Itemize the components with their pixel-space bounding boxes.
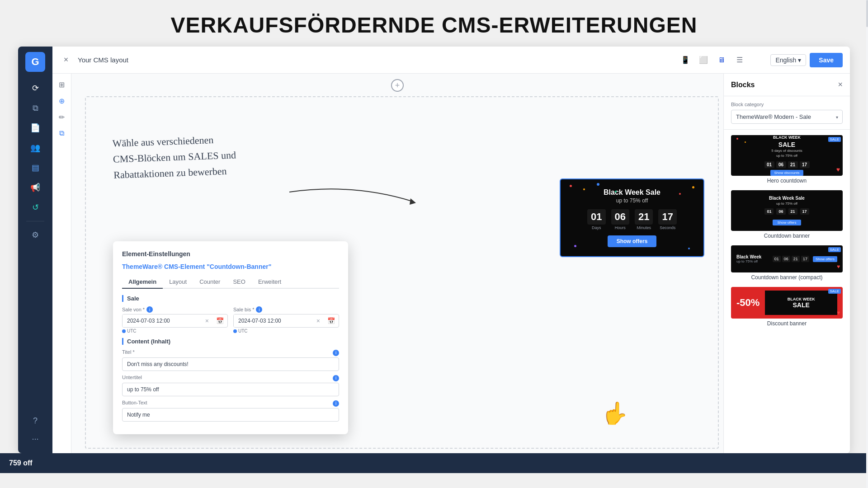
sidebar-icon-dashboard[interactable]: ⟳ <box>26 79 44 97</box>
sale-from-info-icon[interactable]: i <box>146 306 153 313</box>
calendar-sale-from-icon[interactable]: 📅 <box>212 317 227 324</box>
hours-unit: 06 Hours <box>611 209 629 230</box>
sale-section-label: Sale <box>122 295 339 302</box>
blocks-select-wrap: ThemeWare® Modern - Sale ▾ <box>731 110 843 124</box>
sidebar-icon-flow[interactable]: ↺ <box>26 198 44 216</box>
title-label-row: Titel * i <box>122 349 339 356</box>
topbar-right: English ▾ Save <box>770 53 843 67</box>
calendar-sale-to-icon[interactable]: 📅 <box>324 317 339 324</box>
sidebar-icon-help[interactable]: ? <box>26 412 44 430</box>
sidebar-icon-layouts[interactable]: ▤ <box>26 159 44 177</box>
tab-allgemein[interactable]: Allgemein <box>122 276 163 289</box>
countdown-numbers: 01 Days 06 Hours 21 Minutes <box>568 209 696 230</box>
annotation-arrow <box>285 178 420 215</box>
days-unit: 01 Days <box>587 209 605 230</box>
tab-seo[interactable]: SEO <box>226 276 251 289</box>
sidebar-icon-users[interactable]: 👥 <box>26 139 44 157</box>
blocks-panel: Blocks × Block category ThemeWare® Moder… <box>723 74 850 453</box>
layout-title: Your CMS layout <box>78 56 128 64</box>
sale-to-info-icon[interactable]: i <box>256 306 262 313</box>
tab-layout[interactable]: Layout <box>163 276 193 289</box>
title-info-icon[interactable]: i <box>333 350 339 356</box>
editor-area: ⊞ ⊕ ✏ ⧉ + Wähle aus verschiedenen CMS-Bl… <box>52 74 850 453</box>
compact-sale-badge: SALE <box>828 247 841 252</box>
discount-banner-label: Discount banner <box>731 320 843 327</box>
block-item-countdown-compact[interactable]: Black Week up to 75% off 01 06 21 17 <box>731 245 843 281</box>
tablet-icon[interactable]: ⬜ <box>696 53 711 67</box>
title-input[interactable] <box>122 357 339 371</box>
main-area: × Your CMS layout 📱 ⬜ 🖥 ☰ English ▾ Save <box>52 47 850 453</box>
button-text-label-row: Button-Text i <box>122 400 339 407</box>
sidebar-icon-marketing[interactable]: 📢 <box>26 178 44 197</box>
block-item-discount-banner[interactable]: -50% BLACK WEEK SALE SALE ♥ Disco <box>731 287 843 327</box>
block-item-hero-countdown[interactable]: BLACK WEEK SALE 5 days of discounts up t… <box>731 135 843 184</box>
save-button[interactable]: Save <box>810 53 843 67</box>
settings-tabs: Allgemein Layout Counter SEO Erweitert <box>122 276 339 289</box>
banner-title: Black Week Sale <box>568 188 696 197</box>
clear-sale-from-icon[interactable]: × <box>202 317 212 324</box>
button-text-info-icon[interactable]: i <box>333 400 339 407</box>
sale-from-group: Sale von * i × 📅 UTC <box>122 306 228 333</box>
blocks-category-section: Block category ThemeWare® Modern - Sale … <box>724 96 850 130</box>
sale-to-input-wrap: × 📅 <box>233 314 339 328</box>
page-heading: VERKAUFSFÖRDERNDE CMS-ERWEITERUNGEN <box>0 0 868 47</box>
block-item-countdown-banner[interactable]: Black Week Sale up to 75% off 01 06 21 1… <box>731 190 843 239</box>
sidebar-icon-settings[interactable]: ⚙ <box>26 226 44 244</box>
layers-icon[interactable]: ⧉ <box>55 126 69 141</box>
days-value: 01 <box>587 209 605 225</box>
compact-favorite-icon: ♥ <box>837 263 840 270</box>
seconds-unit: 17 Seconds <box>658 209 676 230</box>
sale-from-label: Sale von * i <box>122 306 228 313</box>
clear-sale-to-icon[interactable]: × <box>313 317 324 324</box>
add-block-icon[interactable]: ⊕ <box>55 94 69 108</box>
sale-to-input[interactable] <box>234 314 313 327</box>
sidebar-icon-more[interactable]: ··· <box>26 430 44 448</box>
topbar: × Your CMS layout 📱 ⬜ 🖥 ☰ English ▾ Save <box>52 47 850 74</box>
add-section-button[interactable]: + <box>391 79 404 92</box>
content-section: Content (Inhalt) Titel * i Untertitel <box>122 338 339 425</box>
edit-icon[interactable]: ✏ <box>55 110 69 124</box>
desktop-icon[interactable]: 🖥 <box>714 53 729 67</box>
date-fields-row: Sale von * i × 📅 UTC <box>122 306 339 333</box>
sidebar-logo[interactable]: G <box>25 52 45 72</box>
sale-from-input[interactable] <box>123 314 202 327</box>
mobile-icon[interactable]: 📱 <box>678 53 693 67</box>
blocks-category-select[interactable]: ThemeWare® Modern - Sale <box>731 110 843 124</box>
page-title: VERKAUFSFÖRDERNDE CMS-ERWEITERUNGEN <box>0 13 868 38</box>
language-label: English <box>775 56 796 64</box>
banner-subtitle: up to 75% off <box>568 197 696 204</box>
hours-value: 06 <box>611 209 629 225</box>
subtitle-field-label: Untertitel <box>122 375 142 380</box>
title-field-label: Titel * <box>122 349 135 355</box>
app-container: G ⟳ ⧉ 📄 👥 ▤ 📢 ↺ ⚙ ? ··· × Your CMS layou… <box>18 47 850 453</box>
device-icons: 📱 ⬜ 🖥 ☰ <box>678 53 747 67</box>
list-icon[interactable]: ☰ <box>732 53 747 67</box>
sidebar: G ⟳ ⧉ 📄 👥 ▤ 📢 ↺ ⚙ ? ··· <box>18 47 52 453</box>
language-selector[interactable]: English ▾ <box>770 54 806 66</box>
blocks-close-button[interactable]: × <box>838 80 843 89</box>
countdown-banner-thumb-img: Black Week Sale up to 75% off 01 06 21 1… <box>731 190 843 231</box>
button-text-input[interactable] <box>122 408 339 422</box>
minutes-unit: 21 Minutes <box>635 209 653 230</box>
show-offers-button[interactable]: Show offers <box>608 235 657 247</box>
hero-countdown-thumb-img: BLACK WEEK SALE 5 days of discounts up t… <box>731 135 843 176</box>
sidebar-icon-content[interactable]: 📄 <box>26 119 44 137</box>
hero-countdown-thumb: BLACK WEEK SALE 5 days of discounts up t… <box>731 135 843 176</box>
sidebar-icon-pages[interactable]: ⧉ <box>26 99 44 117</box>
toggle-sidebar-icon[interactable]: ⊞ <box>55 77 69 92</box>
subtitle-info-icon[interactable]: i <box>333 375 339 381</box>
svg-marker-0 <box>410 198 416 205</box>
element-settings-panel: Element-Einstellungen ThemeWare® CMS-Ele… <box>113 241 348 434</box>
canvas-content: Wähle aus verschiedenen CMS-Blöcken um S… <box>85 96 719 449</box>
tab-counter[interactable]: Counter <box>193 276 226 289</box>
settings-panel-header: Element-Einstellungen <box>122 250 339 258</box>
close-button[interactable]: × <box>60 54 72 66</box>
days-label: Days <box>592 225 601 230</box>
subtitle-input[interactable] <box>122 383 339 396</box>
canvas-panel: + Wähle aus verschiedenen CMS-Blöcken um… <box>71 74 723 453</box>
sale-from-input-wrap: × 📅 <box>122 314 228 328</box>
tab-erweitert[interactable]: Erweitert <box>252 276 288 289</box>
sale-badge: SALE <box>828 137 841 142</box>
countdown-compact-thumb: Black Week up to 75% off 01 06 21 17 <box>731 245 843 272</box>
minutes-label: Minutes <box>637 225 651 230</box>
